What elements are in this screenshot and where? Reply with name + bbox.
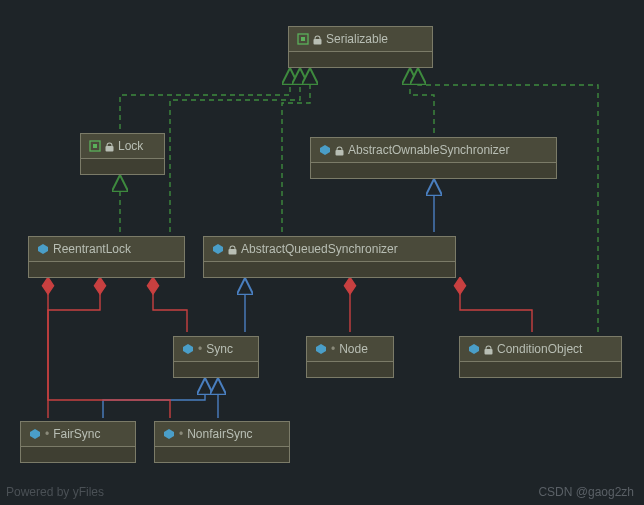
class-aqs[interactable]: AbstractQueuedSynchronizer xyxy=(203,236,456,278)
class-label: Lock xyxy=(118,139,143,153)
svg-marker-12 xyxy=(316,344,326,354)
svg-rect-2 xyxy=(314,39,322,45)
vis-icon: • xyxy=(331,342,335,356)
class-aos[interactable]: AbstractOwnableSynchronizer xyxy=(310,137,557,179)
lock-icon xyxy=(335,145,344,156)
class-label: Node xyxy=(339,342,368,356)
interface-icon xyxy=(297,33,309,45)
svg-rect-7 xyxy=(336,150,344,156)
class-icon xyxy=(319,144,331,156)
vis-icon: • xyxy=(45,427,49,441)
vis-icon: • xyxy=(179,427,183,441)
svg-marker-9 xyxy=(213,244,223,254)
class-label: FairSync xyxy=(53,427,100,441)
class-label: NonfairSync xyxy=(187,427,252,441)
svg-rect-10 xyxy=(229,249,237,255)
class-serializable[interactable]: Serializable xyxy=(288,26,433,68)
lock-icon xyxy=(228,244,237,255)
lock-icon xyxy=(105,141,114,152)
svg-marker-8 xyxy=(38,244,48,254)
svg-rect-5 xyxy=(106,146,114,152)
svg-rect-14 xyxy=(485,349,493,355)
svg-marker-16 xyxy=(164,429,174,439)
class-label: AbstractQueuedSynchronizer xyxy=(241,242,398,256)
class-label: AbstractOwnableSynchronizer xyxy=(348,143,509,157)
class-label: ConditionObject xyxy=(497,342,582,356)
interface-icon xyxy=(89,140,101,152)
lock-icon xyxy=(484,344,493,355)
class-icon xyxy=(37,243,49,255)
class-reentrantlock[interactable]: ReentrantLock xyxy=(28,236,185,278)
class-icon xyxy=(163,428,175,440)
class-label: ReentrantLock xyxy=(53,242,131,256)
class-label: Serializable xyxy=(326,32,388,46)
class-label: Sync xyxy=(206,342,233,356)
svg-rect-4 xyxy=(93,144,97,148)
svg-marker-15 xyxy=(30,429,40,439)
svg-marker-13 xyxy=(469,344,479,354)
class-nonfairsync[interactable]: • NonfairSync xyxy=(154,421,290,463)
svg-rect-1 xyxy=(301,37,305,41)
svg-marker-6 xyxy=(320,145,330,155)
class-icon xyxy=(315,343,327,355)
class-icon xyxy=(29,428,41,440)
lock-icon xyxy=(313,34,322,45)
class-icon xyxy=(212,243,224,255)
class-sync[interactable]: • Sync xyxy=(173,336,259,378)
class-node[interactable]: • Node xyxy=(306,336,394,378)
watermark: Powered by yFiles xyxy=(6,485,104,499)
class-fairsync[interactable]: • FairSync xyxy=(20,421,136,463)
vis-icon: • xyxy=(198,342,202,356)
class-icon xyxy=(182,343,194,355)
class-icon xyxy=(468,343,480,355)
class-conditionobject[interactable]: ConditionObject xyxy=(459,336,622,378)
svg-marker-11 xyxy=(183,344,193,354)
credit-text: CSDN @gaog2zh xyxy=(538,485,634,499)
class-lock[interactable]: Lock xyxy=(80,133,165,175)
